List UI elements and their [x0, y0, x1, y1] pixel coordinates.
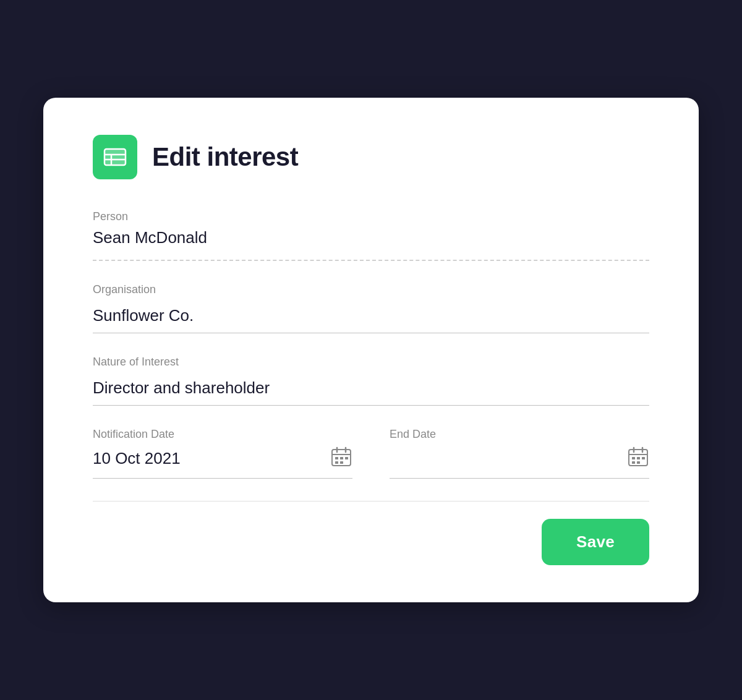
notification-date-wrapper: 10 Oct 2021	[93, 446, 352, 479]
person-divider	[93, 260, 649, 261]
svg-rect-22	[637, 461, 640, 464]
svg-rect-18	[632, 457, 635, 459]
svg-rect-0	[104, 149, 126, 165]
svg-rect-12	[335, 461, 338, 464]
end-date-field: End Date	[390, 428, 649, 479]
person-value: Sean McDonald	[93, 228, 649, 255]
page-title: Edit interest	[152, 142, 298, 172]
modal-container: Edit interest Person Sean McDonald Organ…	[43, 98, 699, 602]
modal-header: Edit interest	[93, 135, 649, 179]
svg-rect-21	[632, 461, 635, 464]
svg-rect-11	[345, 457, 348, 459]
notification-date-value: 10 Oct 2021	[93, 449, 181, 468]
nature-of-interest-label: Nature of Interest	[93, 356, 649, 369]
organisation-section: Organisation	[93, 283, 649, 333]
svg-rect-13	[340, 461, 343, 464]
person-section: Person Sean McDonald	[93, 210, 649, 261]
svg-rect-9	[335, 457, 338, 459]
end-date-label: End Date	[390, 428, 649, 441]
footer: Save	[93, 519, 649, 565]
nature-of-interest-divider	[93, 405, 649, 406]
save-button[interactable]: Save	[542, 519, 649, 565]
nature-of-interest-input[interactable]	[93, 373, 649, 405]
notification-date-label: Notification Date	[93, 428, 352, 441]
date-row: Notification Date 10 Oct 2021	[93, 428, 649, 479]
svg-rect-10	[340, 457, 343, 459]
notification-date-field: Notification Date 10 Oct 2021	[93, 428, 352, 479]
notification-date-calendar-icon[interactable]	[330, 446, 352, 471]
svg-rect-19	[637, 457, 640, 459]
footer-divider	[93, 501, 649, 502]
organisation-divider	[93, 333, 649, 333]
end-date-wrapper	[390, 446, 649, 479]
nature-of-interest-section: Nature of Interest	[93, 356, 649, 406]
svg-rect-20	[642, 457, 645, 459]
end-date-calendar-icon[interactable]	[627, 446, 649, 471]
page-background: Edit interest Person Sean McDonald Organ…	[0, 0, 742, 700]
organisation-input[interactable]	[93, 301, 649, 333]
person-label: Person	[93, 210, 649, 223]
organisation-label: Organisation	[93, 283, 649, 296]
table-icon	[93, 135, 137, 179]
